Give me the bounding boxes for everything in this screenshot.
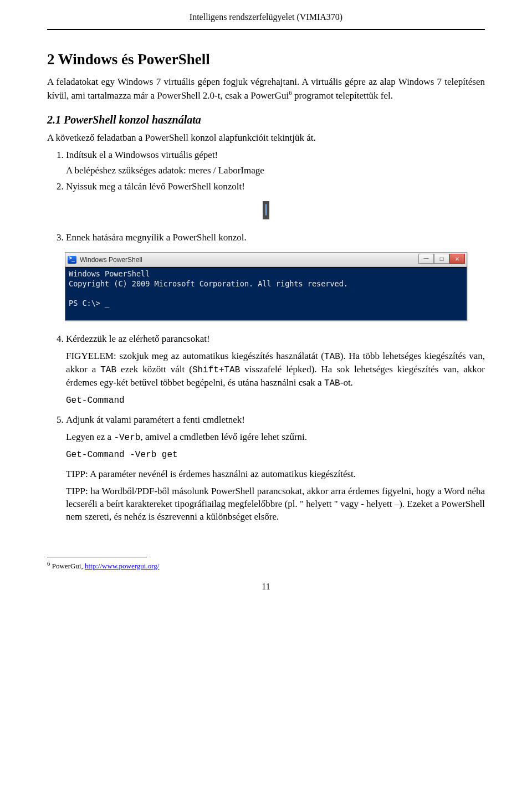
close-button [449,254,465,264]
step-4: Kérdezzük le az elérhető parancsokat! FI… [66,333,485,389]
footnote-separator [47,557,147,557]
console-output: Windows PowerShell Copyright (C) 2009 Mi… [65,267,467,320]
step-4-text: Kérdezzük le az elérhető parancsokat! [66,334,210,344]
key-tab-1: TAB [324,352,340,362]
powershell-window-icon [68,256,76,264]
verb-flag: -Verb [114,433,140,443]
page-header: Intelligens rendszerfelügyelet (VIMIA370… [47,11,485,30]
subsection-heading: 2.1 PowerShell konzol használata [47,112,485,127]
footnote-label: PowerGui, [50,562,85,570]
note-e: -ot. [340,377,353,388]
console-line-1: Windows PowerShell [69,269,150,278]
powershell-taskbar-icon-figure [47,201,485,219]
note-a: FIGYELEM: szokjuk meg az automatikus kie… [66,351,324,361]
footnote-6: 6 PowerGui, http://www.powergui.org/ [47,560,485,571]
tip-1: TIPP: A paraméter nevénél is érdemes has… [66,468,485,481]
step-5-text: Adjunk át valami paramétert a fenti cmdl… [66,414,245,425]
powershell-window-screenshot: Windows PowerShell Windows PowerShell Co… [65,252,467,321]
code-get-command: Get-Command [66,395,485,407]
step-5-sub-b: , amivel a cmdletben lévő igére lehet sz… [140,432,307,442]
key-tab-2: TAB [100,365,116,375]
key-shift-tab: Shift+TAB [192,365,240,375]
step-5-sub-a: Legyen ez a [66,432,114,442]
tip-2: TIPP: ha Wordből/PDF-ből másolunk PowerS… [66,485,485,524]
step-2-text: Nyissuk meg a tálcán lévő PowerShell kon… [66,181,245,192]
console-prompt: PS C:\> _ [69,299,109,307]
step-5-sub: Legyen ez a -Verb, amivel a cmdletben lé… [66,431,485,444]
footnote-link[interactable]: http://www.powergui.org/ [85,562,159,570]
konzol-intro: A következő feladatban a PowerShell konz… [47,132,485,145]
console-line-2: Copyright (C) 2009 Microsoft Corporation… [69,279,348,288]
step-5: Adjunk át valami paramétert a fenti cmdl… [66,414,485,444]
window-title: Windows PowerShell [80,255,142,264]
step-3-text: Ennek hatására megnyílik a PowerShell ko… [66,232,247,243]
code-get-command-verb: Get-Command -Verb get [66,449,485,461]
key-tab-3: TAB [324,378,340,388]
note-c: ezek között vált ( [116,364,192,375]
page-number: 11 [47,581,485,593]
window-titlebar: Windows PowerShell [65,253,467,267]
step-3: Ennek hatására megnyílik a PowerShell ko… [66,232,485,244]
intro-paragraph: A feladatokat egy Windows 7 virtuális gé… [47,76,485,102]
step-2: Nyissuk meg a tálcán lévő PowerShell kon… [66,181,485,193]
step-4-note: FIGYELEM: szokjuk meg az automatikus kie… [66,350,485,389]
intro-text-a: A feladatokat egy Windows 7 virtuális gé… [47,76,485,101]
powershell-icon [263,201,269,219]
step-1-sub: A belépéshez szükséges adatok: meres / L… [66,165,485,177]
section-heading: 2 Windows és PowerShell [47,49,485,69]
minimize-button [418,254,434,264]
maximize-button [434,254,449,264]
intro-text-b: programot telepítettük fel. [292,90,393,101]
step-1-text: Indítsuk el a Windowsos virtuális gépet! [66,150,218,160]
step-1: Indítsuk el a Windowsos virtuális gépet!… [66,149,485,178]
